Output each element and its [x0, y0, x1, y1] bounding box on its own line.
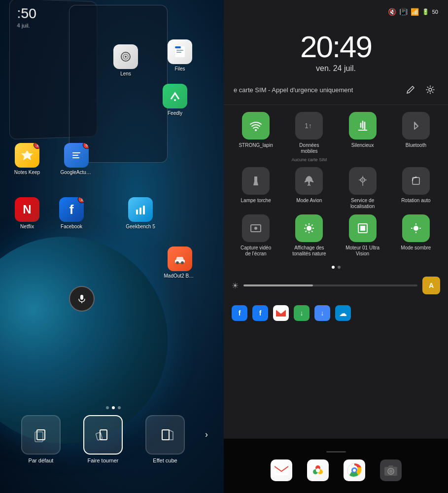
- mobile-data-label: Données mobiles: [292, 142, 326, 154]
- gnews-app[interactable]: 8 GoogleActua...: [59, 143, 94, 175]
- gphotos-nav-icon[interactable]: [307, 459, 329, 481]
- location-tile-icon: [349, 167, 377, 195]
- fb-shortcut-2[interactable]: f: [252, 305, 268, 321]
- mute-icon: 🔇: [388, 8, 396, 16]
- madout-app[interactable]: MadOut2 BCO: [163, 246, 197, 279]
- svg-point-19: [181, 261, 184, 264]
- netflix-label: Netflix: [20, 224, 34, 229]
- notes-app[interactable]: 1 Notes Keep: [10, 143, 44, 175]
- svg-point-35: [362, 179, 363, 181]
- wifi-tile-label: STRONG_lapin: [239, 142, 273, 148]
- transition-par-defaut[interactable]: Par défaut: [19, 415, 63, 463]
- gnews-icon-area: 8 GoogleActua...: [59, 143, 94, 175]
- recent-app-card-2[interactable]: [69, 5, 168, 163]
- svg-point-71: [389, 469, 392, 473]
- lens-app[interactable]: Lens: [108, 44, 143, 76]
- gnews-badge: 8: [83, 143, 89, 149]
- dark-mode-tile-icon: [402, 214, 430, 242]
- voice-button[interactable]: [69, 286, 95, 312]
- svg-point-64: [316, 468, 320, 472]
- download-shortcut-1[interactable]: ↓: [294, 305, 310, 321]
- svg-rect-3: [176, 50, 183, 51]
- camera-nav-icon[interactable]: [380, 459, 402, 481]
- netflix-icon-area: N Netflix: [10, 197, 44, 229]
- gmail-shortcut[interactable]: [273, 305, 289, 321]
- svg-marker-9: [21, 150, 33, 160]
- silent-tile-label: Silencieux: [351, 142, 374, 148]
- svg-rect-72: [388, 465, 393, 467]
- airplane-tile-icon: [295, 167, 323, 195]
- qs-dot-2[interactable]: [338, 266, 341, 269]
- svg-line-51: [312, 225, 313, 226]
- svg-marker-27: [169, 430, 173, 440]
- mobile-data-tile-icon: 1↑: [295, 112, 323, 140]
- page-dot-1[interactable]: [106, 406, 109, 409]
- effet-cube-icon: [145, 415, 185, 455]
- svg-rect-15: [143, 206, 145, 214]
- transition-selector: Par défaut Faire tourner Effet cube ›: [0, 415, 227, 463]
- fb-shortcut-1[interactable]: f: [232, 305, 247, 321]
- par-defaut-icon: [21, 415, 61, 455]
- page-dot-2[interactable]: [112, 406, 115, 409]
- location-tile-label: Service de localisation: [345, 198, 380, 210]
- lens-label: Lens: [120, 71, 131, 76]
- notes-label: Notes Keep: [14, 170, 40, 175]
- qs-tile-rotation[interactable]: Rotation auto: [392, 167, 440, 210]
- qs-tile-screen-record[interactable]: Capture vidéo de l'écran: [232, 214, 280, 257]
- qs-tile-bluetooth[interactable]: Bluetooth: [392, 112, 440, 162]
- svg-marker-33: [253, 181, 258, 185]
- svg-point-5: [174, 99, 176, 101]
- download-shortcut-2[interactable]: ↓: [314, 305, 330, 321]
- gnews-icon: 8: [64, 143, 89, 168]
- transition-effet-cube[interactable]: Effet cube: [143, 415, 187, 463]
- geekbench-label: Geekbench 5: [126, 224, 155, 229]
- qs-tile-nature-tones[interactable]: Affichage des tonalités nature: [285, 214, 333, 257]
- svg-point-29: [255, 129, 257, 131]
- more-transitions-chevron[interactable]: ›: [205, 429, 208, 440]
- page-dot-3[interactable]: [118, 406, 121, 409]
- netflix-app[interactable]: N Netflix: [10, 197, 44, 229]
- geekbench-app[interactable]: Geekbench 5: [123, 197, 158, 229]
- svg-point-68: [353, 469, 356, 472]
- qs-dot-1[interactable]: [332, 266, 335, 269]
- facebook-label: Facebook: [61, 224, 82, 229]
- bluetooth-tile-icon: [402, 112, 430, 140]
- qs-tile-airplane[interactable]: Mode Avion: [285, 167, 333, 210]
- cloud-shortcut[interactable]: ☁: [335, 305, 351, 321]
- gmail-nav-icon[interactable]: [271, 459, 292, 481]
- svg-rect-54: [360, 226, 365, 231]
- clock-time: 20:49: [224, 32, 448, 62]
- faire-tourner-label: Faire tourner: [88, 458, 119, 463]
- chrome-nav-icon[interactable]: [344, 459, 365, 481]
- gnews-label: GoogleActua...: [61, 170, 93, 175]
- qs-tile-silent[interactable]: Silencieux: [339, 112, 387, 162]
- files-app[interactable]: Files: [163, 39, 197, 71]
- files-label: Files: [174, 66, 185, 71]
- bottom-nav-bar: [224, 439, 448, 493]
- camera-nav-app: [380, 459, 402, 481]
- voice-button-area: [69, 286, 95, 312]
- nav-icons-row: [271, 459, 402, 481]
- qs-tile-torch[interactable]: Lampe torche: [232, 167, 280, 210]
- qs-tile-dark-mode[interactable]: Mode sombre: [392, 214, 440, 257]
- feedly-label: Feedly: [168, 110, 182, 116]
- airplane-tile-label: Mode Avion: [296, 198, 322, 204]
- qs-bottom-shortcuts: f f ↓ ↓ ☁: [224, 298, 448, 328]
- qs-tile-wifi[interactable]: STRONG_lapin: [232, 112, 280, 162]
- par-defaut-label: Par défaut: [29, 458, 54, 463]
- feedly-app[interactable]: Feedly: [158, 84, 192, 116]
- settings-icon[interactable]: [422, 82, 438, 98]
- clock-date: ven. 24 juil.: [224, 64, 448, 73]
- edit-icon[interactable]: [403, 82, 418, 98]
- svg-rect-22: [37, 430, 45, 440]
- facebook-app[interactable]: f 1 Facebook: [54, 197, 89, 229]
- notes-icon-area: 1 Notes Keep: [10, 143, 44, 175]
- silent-tile-icon: [349, 112, 377, 140]
- qs-tile-location[interactable]: Service de localisation: [339, 167, 387, 210]
- qs-tile-ultra-vision[interactable]: Moteur 01 Ultra Vision: [339, 214, 387, 257]
- brightness-control: ☀ A: [224, 273, 448, 298]
- qs-tile-mobile-data[interactable]: 1↑ Données mobiles Aucune carte SIM: [285, 112, 333, 162]
- brightness-slider[interactable]: [243, 284, 417, 286]
- transition-faire-tourner[interactable]: Faire tourner: [81, 415, 125, 463]
- auto-brightness-button[interactable]: A: [422, 277, 440, 294]
